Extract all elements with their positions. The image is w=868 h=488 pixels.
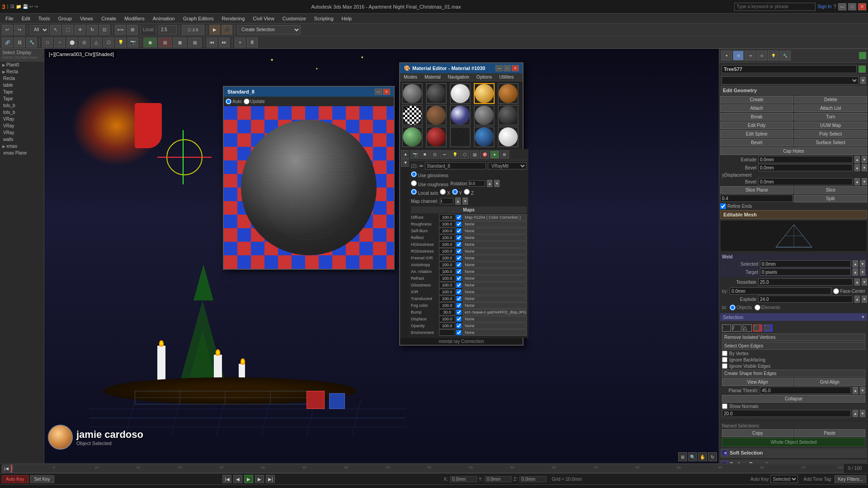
weld-tgt-up[interactable]: ▲ — [853, 268, 858, 276]
explode-up[interactable]: ▲ — [854, 296, 860, 303]
close-btn[interactable]: ✕ — [858, 3, 866, 10]
go-end-btn[interactable]: ▶| — [266, 475, 275, 483]
play-btn[interactable]: ▶ — [244, 475, 253, 483]
map-channel-up[interactable]: ▲ — [455, 197, 461, 205]
menu-graph-editors[interactable]: Graph Editors — [179, 15, 217, 22]
explode-dn[interactable]: ▼ — [862, 296, 867, 303]
ior-val[interactable] — [439, 289, 455, 295]
help-btn[interactable]: ? — [833, 4, 836, 10]
next-frame-btn[interactable]: ▶ — [255, 475, 264, 483]
reflect-map-btn[interactable]: None — [462, 235, 527, 241]
menu-create[interactable]: Create — [98, 15, 120, 22]
poly-select-btn[interactable]: Poly Select — [794, 130, 868, 138]
weld-selected-input[interactable] — [760, 260, 851, 267]
fog-chk[interactable] — [456, 303, 462, 308]
layer-btn[interactable]: ≡ — [235, 38, 245, 47]
mat-slot-9[interactable] — [474, 105, 495, 126]
ignore-backfacing-chk[interactable] — [722, 357, 727, 362]
mat-slot-14[interactable] — [474, 127, 495, 147]
timeline-track[interactable]: 0 5 10 15 20 25 30 35 40 45 50 55 60 65 … — [11, 464, 844, 473]
mat-slot-13[interactable] — [450, 127, 471, 147]
mat-tool-8[interactable]: 🎯 — [480, 150, 489, 159]
menu-scripting[interactable]: Scripting — [311, 15, 337, 22]
bind-btn[interactable]: 🔧 — [26, 38, 37, 47]
render-dropdown[interactable]: Create Selection — [237, 25, 301, 34]
mat-slot-10[interactable] — [498, 105, 519, 126]
map-channel-down[interactable]: ▼ — [462, 197, 468, 205]
show-normals-chk[interactable] — [722, 404, 727, 409]
split-btn[interactable]: Split — [794, 195, 868, 202]
y-coord[interactable] — [485, 476, 512, 482]
modifier-list-select[interactable]: Modifier List — [722, 76, 859, 84]
edge-mode-btn[interactable]: / — [732, 324, 741, 332]
color-box[interactable] — [859, 66, 866, 73]
collapse-btn[interactable]: Collapse — [722, 395, 865, 403]
bevel2-input[interactable] — [758, 178, 853, 185]
key-filters-btn[interactable]: Key Filters... — [835, 475, 866, 483]
reflect-val[interactable] — [439, 235, 455, 241]
diffuse-val[interactable] — [439, 214, 455, 221]
mat-menu-modes[interactable]: Modes — [400, 73, 421, 81]
geom-btn2[interactable]: ○ — [54, 38, 65, 47]
bump-map-btn[interactable]: кот-ткани-с-уа6%#FFD_disp.JPG — [462, 309, 527, 315]
zoom-btn[interactable]: 🔍 — [688, 452, 697, 461]
menu-group[interactable]: Group — [54, 15, 75, 22]
y-radio[interactable]: Y — [452, 189, 462, 196]
face-center-radio[interactable]: Face-Center — [833, 288, 865, 294]
mat-slot-11[interactable] — [402, 127, 423, 147]
select-region-btn[interactable]: ⬚ — [62, 25, 73, 35]
create-btn[interactable]: Create — [720, 96, 793, 103]
auto-key-btn[interactable]: Auto Key — [2, 475, 28, 483]
select-label[interactable]: Select — [2, 50, 15, 55]
scene-item[interactable]: Tape — [0, 95, 44, 102]
create-tab[interactable]: ✦ — [721, 51, 732, 61]
roughness-map-btn[interactable]: None — [462, 221, 527, 227]
copy-sel-btn[interactable]: Copy — [722, 429, 793, 437]
tessellate-input[interactable] — [758, 278, 853, 286]
scale-btn[interactable]: ⊡ — [99, 25, 110, 35]
bump-val[interactable] — [439, 309, 455, 315]
x-radio[interactable]: X — [440, 189, 450, 196]
geom-btn5[interactable]: △ — [91, 38, 102, 47]
mat-slot-8[interactable] — [450, 105, 471, 126]
by-input[interactable] — [730, 287, 831, 295]
refract-map-btn[interactable]: None — [462, 275, 527, 282]
roughness-chk[interactable] — [456, 221, 462, 227]
edit-spline-btn[interactable]: Edit Spline — [720, 130, 793, 138]
element-mode-btn[interactable]: ⬛ — [764, 324, 773, 332]
maximize-btn[interactable]: □ — [848, 3, 856, 10]
anim-btn1[interactable]: ⏮ — [207, 38, 217, 47]
displace-chk[interactable] — [456, 316, 462, 322]
mat-tool-6[interactable]: ⬡ — [460, 150, 469, 159]
rotation-input[interactable] — [469, 180, 485, 187]
mat-scroll-down[interactable]: ▼ — [401, 159, 410, 167]
std-auto-radio[interactable]: Auto — [226, 99, 242, 104]
reflect-chk[interactable] — [456, 235, 462, 240]
menu-civil-view[interactable]: Civil View — [249, 15, 278, 22]
snap-input[interactable] — [159, 25, 177, 34]
weld-tgt-dn[interactable]: ▼ — [860, 268, 865, 276]
bevel-input[interactable] — [758, 164, 853, 171]
rgloss-map-btn[interactable]: None — [462, 248, 527, 254]
create-shape-from-edges-btn[interactable]: Create Shape from Edges — [722, 370, 865, 377]
motion-tab[interactable]: ⊙ — [756, 51, 767, 61]
render-btn[interactable]: ⬛ — [222, 25, 232, 35]
select-btn[interactable]: ↖ — [50, 25, 61, 35]
viewport-area[interactable]: [+][Camera003_Chr][Shaded] — [44, 49, 719, 463]
attach-btn[interactable]: Attach — [720, 104, 793, 112]
opacity-map-btn[interactable]: None — [462, 323, 527, 329]
selfillum-map-btn[interactable]: None — [462, 228, 527, 234]
rgloss-val[interactable] — [439, 248, 455, 254]
std-update-radio[interactable]: Update — [244, 99, 265, 104]
fog-val[interactable] — [439, 302, 455, 309]
scale-input[interactable] — [722, 410, 851, 417]
scene-item[interactable]: VRay — [0, 116, 44, 122]
displace-map-btn[interactable]: None — [462, 316, 527, 322]
attach-list-btn[interactable]: Attach List — [794, 104, 868, 112]
mirror-btn[interactable]: ⟺ — [115, 25, 126, 35]
menu-rendering[interactable]: Rendering — [218, 15, 249, 22]
selfillum-val[interactable] — [439, 228, 455, 234]
mat-slot-7[interactable] — [426, 105, 447, 126]
scene-item[interactable]: Tape — [0, 89, 44, 95]
bevel-up[interactable]: ▲ — [854, 164, 860, 171]
